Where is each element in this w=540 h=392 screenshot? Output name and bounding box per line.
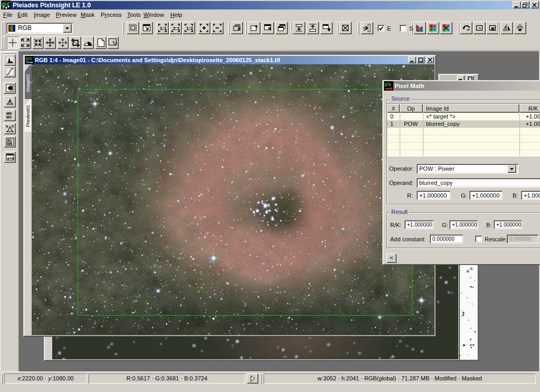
- svg-text:pix: pix: [384, 82, 391, 87]
- svg-text:Preview01: Preview01: [80, 90, 98, 95]
- svg-text:2:1: 2:1: [173, 26, 180, 31]
- svg-text:N: N: [6, 125, 8, 128]
- svg-text:MN: MN: [6, 112, 12, 115]
- svg-text:MX: MX: [6, 115, 12, 119]
- svg-text:1:1: 1:1: [160, 26, 167, 31]
- svg-text:1:2: 1:2: [186, 26, 193, 31]
- svg-text:R: R: [12, 125, 14, 128]
- svg-text:a+b: a+b: [7, 156, 14, 161]
- svg-text:pix: pix: [26, 56, 33, 61]
- svg-text:NR: NR: [7, 142, 12, 145]
